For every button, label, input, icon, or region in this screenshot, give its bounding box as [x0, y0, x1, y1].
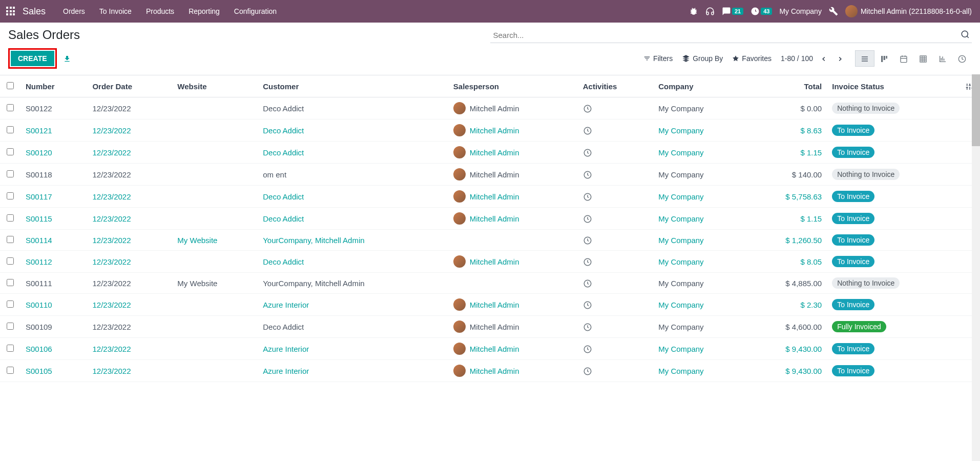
groupby-button[interactable]: Group By [682, 54, 723, 63]
activity-clock-icon[interactable] [583, 192, 592, 201]
company[interactable]: My Company [658, 300, 703, 309]
company[interactable]: My Company [658, 104, 703, 113]
table-row[interactable]: S0012112/23/2022Deco AddictMitchell Admi… [0, 119, 980, 142]
salesperson-name[interactable]: Mitchell Admin [470, 214, 519, 223]
user-menu[interactable]: Mitchell Admin (22118808-16-0-all) [845, 5, 972, 17]
table-row[interactable]: S0011812/23/2022om entMitchell AdminMy C… [0, 164, 980, 186]
customer[interactable]: Deco Addict [263, 104, 304, 113]
company[interactable]: My Company [658, 345, 703, 353]
customer[interactable]: Azure Interior [263, 345, 309, 353]
activity-clock-icon[interactable] [583, 322, 592, 331]
salesperson-name[interactable]: Mitchell Admin [470, 126, 519, 135]
customer[interactable]: Deco Addict [263, 192, 304, 201]
customer[interactable]: Azure Interior [263, 367, 309, 375]
order-number[interactable]: S00110 [26, 300, 52, 309]
salesperson-name[interactable]: Mitchell Admin [470, 257, 519, 266]
table-row[interactable]: S0012212/23/2022Deco AddictMitchell Admi… [0, 97, 980, 119]
order-number[interactable]: S00109 [26, 323, 52, 331]
company[interactable]: My Company [658, 192, 703, 201]
select-all-checkbox[interactable] [7, 82, 14, 89]
table-row[interactable]: S0011212/23/2022Deco AddictMitchell Admi… [0, 251, 980, 273]
col-number[interactable]: Number [20, 75, 87, 97]
favorites-button[interactable]: Favorites [732, 54, 772, 63]
table-row[interactable]: S0012012/23/2022Deco AddictMitchell Admi… [0, 142, 980, 164]
view-calendar-icon[interactable] [894, 50, 913, 66]
order-number[interactable]: S00115 [26, 214, 52, 223]
pager-text[interactable]: 1-80 / 100 [781, 54, 813, 63]
table-row[interactable]: S0011512/23/2022Deco AddictMitchell Admi… [0, 208, 980, 230]
view-kanban-icon[interactable] [874, 50, 894, 66]
clock-icon[interactable]: 43 [750, 7, 772, 16]
customer[interactable]: YourCompany, Mitchell Admin [263, 279, 364, 288]
activity-clock-icon[interactable] [583, 148, 592, 156]
table-row[interactable]: S0011712/23/2022Deco AddictMitchell Admi… [0, 186, 980, 208]
order-number[interactable]: S00112 [26, 257, 52, 266]
customer[interactable]: om ent [263, 170, 286, 179]
import-icon[interactable] [63, 54, 71, 63]
menu-orders[interactable]: Orders [56, 0, 92, 23]
bug-icon[interactable] [689, 7, 698, 16]
row-checkbox[interactable] [7, 300, 14, 308]
create-button[interactable]: Create [11, 51, 54, 66]
customer[interactable]: Deco Addict [263, 148, 304, 157]
row-checkbox[interactable] [7, 104, 14, 111]
row-checkbox[interactable] [7, 236, 14, 243]
pager-next[interactable] [835, 54, 846, 63]
table-row[interactable]: S0010612/23/2022Azure InteriorMitchell A… [0, 338, 980, 360]
row-checkbox[interactable] [7, 279, 14, 286]
activity-clock-icon[interactable] [583, 366, 592, 375]
order-number[interactable]: S00114 [26, 236, 52, 245]
company[interactable]: My Company [658, 126, 703, 135]
view-activity-icon[interactable] [952, 50, 972, 66]
search-icon[interactable] [961, 30, 970, 39]
col-website[interactable]: Website [172, 75, 258, 97]
order-number[interactable]: S00105 [26, 367, 52, 375]
row-checkbox[interactable] [7, 192, 14, 199]
col-activities[interactable]: Activities [578, 75, 653, 97]
table-row[interactable]: S0011112/23/2022My WebsiteYourCompany, M… [0, 273, 980, 294]
activity-clock-icon[interactable] [583, 214, 592, 223]
col-order-date[interactable]: Order Date [87, 75, 172, 97]
row-checkbox[interactable] [7, 148, 14, 155]
company[interactable]: My Company [658, 279, 703, 288]
col-invoice-status[interactable]: Invoice Status [827, 75, 960, 97]
view-list-icon[interactable] [855, 50, 874, 66]
customer[interactable]: Deco Addict [263, 214, 304, 223]
row-checkbox[interactable] [7, 170, 14, 177]
chat-icon[interactable]: 21 [722, 7, 743, 16]
activity-clock-icon[interactable] [583, 257, 592, 266]
company[interactable]: My Company [658, 170, 703, 179]
order-number[interactable]: S00111 [26, 279, 52, 288]
view-graph-icon[interactable] [933, 50, 952, 66]
row-checkbox[interactable] [7, 214, 14, 222]
salesperson-name[interactable]: Mitchell Admin [470, 367, 519, 375]
view-pivot-icon[interactable] [913, 50, 933, 66]
salesperson-name[interactable]: Mitchell Admin [470, 148, 519, 157]
order-number[interactable]: S00120 [26, 148, 52, 157]
salesperson-name[interactable]: Mitchell Admin [470, 170, 519, 179]
salesperson-name[interactable]: Mitchell Admin [470, 323, 519, 331]
order-number[interactable]: S00118 [26, 170, 52, 179]
table-row[interactable]: S0010912/23/2022Deco AddictMitchell Admi… [0, 316, 980, 338]
customer[interactable]: Azure Interior [263, 300, 309, 309]
menu-configuration[interactable]: Configuration [227, 0, 284, 23]
row-checkbox[interactable] [7, 126, 14, 133]
table-row[interactable]: S0011412/23/2022My WebsiteYourCompany, M… [0, 230, 980, 251]
order-number[interactable]: S00117 [26, 192, 52, 201]
scrollbar-thumb[interactable] [972, 74, 980, 146]
order-number[interactable]: S00106 [26, 345, 52, 353]
activity-clock-icon[interactable] [583, 126, 592, 134]
salesperson-name[interactable]: Mitchell Admin [470, 300, 519, 309]
order-number[interactable]: S00121 [26, 126, 52, 135]
headset-icon[interactable] [705, 7, 715, 16]
company[interactable]: My Company [658, 214, 703, 223]
menu-to-invoice[interactable]: To Invoice [92, 0, 139, 23]
salesperson-name[interactable]: Mitchell Admin [470, 104, 519, 113]
row-checkbox[interactable] [7, 257, 14, 265]
menu-products[interactable]: Products [139, 0, 181, 23]
col-company[interactable]: Company [653, 75, 747, 97]
order-number[interactable]: S00122 [26, 104, 52, 113]
activity-clock-icon[interactable] [583, 104, 592, 112]
company[interactable]: My Company [658, 148, 703, 157]
search-input[interactable] [490, 28, 972, 43]
